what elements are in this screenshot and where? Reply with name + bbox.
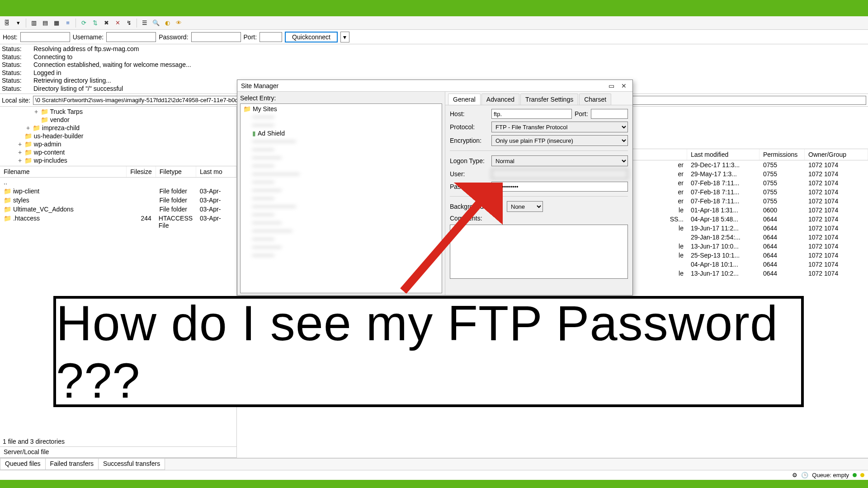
status-bar: ⚙ 🕒 Queue: empty (0, 470, 868, 480)
compare-icon[interactable]: ◐ (162, 18, 172, 28)
tree-item-blurred[interactable]: ━━━━━━ (241, 113, 441, 121)
comments-label: Comments: (450, 215, 489, 222)
separator (137, 19, 137, 28)
col-lastmod[interactable]: Last mo (196, 166, 236, 177)
tab-queued-files[interactable]: Queued files (0, 459, 46, 470)
logon-type-select[interactable]: Normal (491, 155, 628, 166)
quickconnect-dropdown-icon[interactable]: ▾ (340, 32, 349, 42)
comments-textarea[interactable] (450, 225, 628, 279)
tab-failed-transfers[interactable]: Failed transfers (45, 459, 99, 470)
search-icon[interactable]: 🔍 (151, 18, 161, 28)
sync-browse-icon[interactable]: 👁 (174, 18, 184, 28)
port-field[interactable] (591, 109, 628, 119)
log-row: Status:Connecting to (2, 53, 866, 61)
port-label: Port: (244, 33, 257, 41)
toggle-log-icon[interactable]: ▥ (29, 18, 39, 28)
tree-item[interactable]: + 📁 impreza-child (1, 124, 236, 132)
file-row[interactable]: .. (0, 178, 236, 187)
tree-item[interactable]: + 📁 wp-admin (1, 140, 236, 148)
tree-item-blurred[interactable]: ━━━━━━━━ (241, 186, 441, 194)
password-label: Password: (450, 183, 489, 190)
tree-item-blurred[interactable]: ━━━━━━ (241, 121, 441, 129)
tree-item-blurred[interactable]: ━━━━━━━━━━━━ (241, 137, 441, 145)
close-icon[interactable]: ✕ (619, 82, 629, 90)
tree-item-blurred[interactable]: ━━━━━━ (241, 178, 441, 186)
transfer-tabs: Queued files Failed transfers Successful… (0, 458, 868, 470)
tree-my-sites[interactable]: 📁 My Sites (241, 105, 441, 113)
host-field[interactable] (491, 109, 572, 119)
disconnect-icon[interactable]: ✕ (113, 18, 123, 28)
tree-item-blurred[interactable]: ━━━━━━━━━━━━ (241, 202, 441, 211)
server-local-file-label: Server/Local file (0, 447, 236, 458)
tree-item-blurred[interactable]: ━━━━━━━━ (241, 243, 441, 251)
site-manager-icon[interactable]: 🗄 (2, 18, 12, 28)
port-label: Port: (575, 110, 588, 117)
toggle-queue-icon[interactable]: ≡ (63, 18, 73, 28)
window-maximize-icon[interactable]: ▭ (609, 82, 614, 89)
file-row[interactable]: 📁 stylesFile folder03-Apr- (0, 196, 236, 205)
toggle-remote-tree-icon[interactable]: ▦ (52, 18, 61, 28)
tree-item-blurred[interactable]: ━━━━━━━━ (241, 219, 441, 227)
refresh-icon[interactable]: ⟳ (79, 18, 89, 28)
col-remote-modified[interactable]: Last modified (687, 149, 760, 160)
dialog-left-panel: Select Entry: 📁 My Sites ━━━━━━ ━━━━━━ ▮… (237, 92, 445, 295)
gear-icon[interactable]: ⚙ (792, 472, 797, 479)
col-filetype[interactable]: Filetype (156, 166, 196, 177)
port-input[interactable] (259, 32, 282, 42)
tree-item-blurred[interactable]: ━━━━━━ (241, 235, 441, 243)
user-field[interactable] (491, 169, 628, 179)
tab-transfer-settings[interactable]: Transfer Settings (520, 94, 578, 105)
tree-item-blurred[interactable]: ━━━━━━━━━━━━━ (241, 170, 441, 178)
tree-item[interactable]: + 📁 wp-includes (1, 156, 236, 164)
col-remote-permissions[interactable]: Permissions (760, 149, 805, 160)
encryption-select[interactable]: Only use plain FTP (insecure) (491, 135, 628, 146)
tab-charset[interactable]: Charset (579, 94, 611, 105)
tab-general[interactable]: General (448, 94, 481, 105)
tree-item-blurred[interactable]: ━━━━━━ (241, 145, 441, 154)
log-row: Status:Connection established, waiting f… (2, 61, 866, 69)
dialog-titlebar[interactable]: Site Manager ▭ ✕ (237, 80, 632, 92)
file-row[interactable]: 📁 iwp-clientFile folder03-Apr- (0, 187, 236, 196)
site-manager-dialog: Site Manager ▭ ✕ Select Entry: 📁 My Site… (237, 80, 633, 296)
site-icon: ▮ (252, 130, 256, 137)
site-tree[interactable]: 📁 My Sites ━━━━━━ ━━━━━━ ▮ Ad Shield ━━━… (240, 103, 442, 293)
tree-item[interactable]: + 📁 wp-content (1, 148, 236, 156)
tree-item[interactable]: + 📁 Truck Tarps (1, 108, 236, 116)
file-list-header: Filename Filesize Filetype Last mo (0, 166, 236, 178)
tree-item-blurred[interactable]: ━━━━━━ (241, 251, 441, 259)
tree-item-blurred[interactable]: ━━━━━━ (241, 211, 441, 219)
log-row: Status:Logged in (2, 69, 866, 77)
file-row[interactable]: 📁 Ultimate_VC_AddonsFile folder03-Apr- (0, 205, 236, 214)
file-row[interactable]: 📁 .htaccess244HTACCESS File03-Apr- (0, 214, 236, 230)
host-input[interactable] (20, 32, 70, 42)
password-input[interactable] (191, 32, 241, 42)
tree-item-blurred[interactable]: ━━━━━━━━ (241, 154, 441, 162)
col-filesize[interactable]: Filesize (127, 166, 156, 177)
process-queue-icon[interactable]: ⇅ (90, 18, 100, 28)
tree-item[interactable]: 📁 vendor (1, 116, 236, 124)
bg-color-select[interactable]: None (507, 201, 543, 212)
password-field[interactable] (491, 182, 628, 192)
username-input[interactable] (106, 32, 156, 42)
tree-item[interactable]: 📁 us-header-builder (1, 132, 236, 140)
browser-top-bar (0, 0, 868, 16)
tab-advanced[interactable]: Advanced (481, 94, 519, 105)
tree-item-blurred[interactable]: ━━━━━━ (241, 162, 441, 170)
col-filename[interactable]: Filename (0, 166, 127, 177)
tree-item-blurred[interactable]: ━━━━━━━━━━━ (241, 227, 441, 235)
tree-item-blurred[interactable]: ━━━━━━ (241, 194, 441, 202)
protocol-select[interactable]: FTP - File Transfer Protocol (491, 122, 628, 132)
col-remote-owner[interactable]: Owner/Group (805, 149, 868, 160)
filter-icon[interactable]: ☰ (140, 18, 150, 28)
browser-bottom-bar (0, 480, 868, 488)
tab-successful-transfers[interactable]: Successful transfers (98, 459, 165, 470)
local-tree[interactable]: + 📁 Truck Tarps 📁 vendor+ 📁 impreza-chil… (0, 107, 236, 166)
cancel-icon[interactable]: ✖ (101, 18, 111, 28)
reconnect-icon[interactable]: ↯ (124, 18, 134, 28)
general-form: Host: Port: Protocol: FTP - File Transfe… (445, 105, 632, 284)
quickconnect-button[interactable]: Quickconnect (285, 32, 338, 42)
toggle-local-tree-icon[interactable]: ▤ (40, 18, 50, 28)
dialog-title: Site Manager (241, 82, 278, 89)
tree-ad-shield[interactable]: ▮ Ad Shield (241, 129, 441, 137)
toolbar-dropdown-icon[interactable]: ▾ (13, 18, 23, 28)
